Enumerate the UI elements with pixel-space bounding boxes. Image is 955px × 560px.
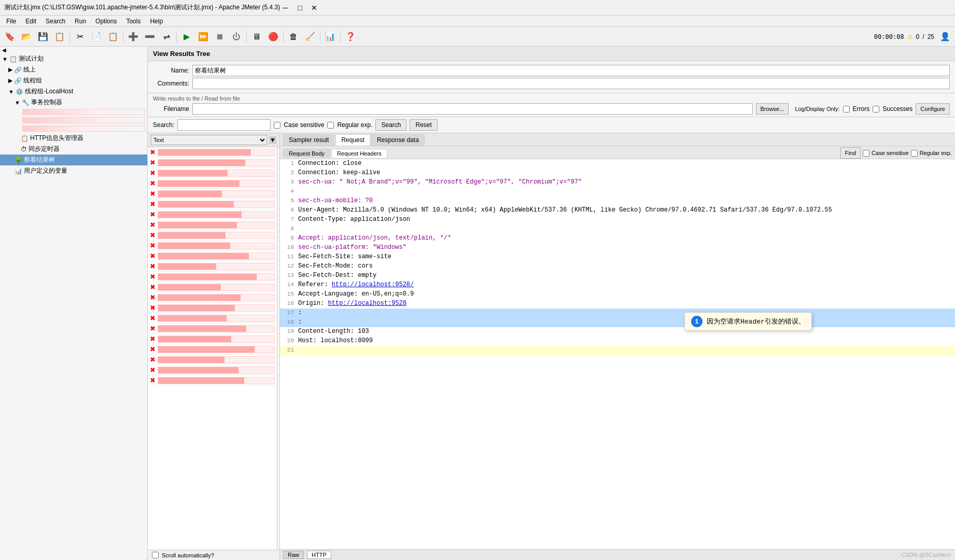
format-tab-raw[interactable]: Raw [283, 551, 304, 559]
filename-input[interactable] [192, 103, 753, 115]
tree-item-sub3[interactable] [0, 124, 147, 133]
tree-item-results-tree[interactable]: 🌳 察看结果树 [0, 155, 147, 165]
help-btn[interactable]: ❓ [343, 29, 358, 45]
run-btn[interactable]: ▶ [179, 29, 194, 45]
result-bar-area [158, 325, 275, 332]
tree-item-test-plan[interactable]: ▼ 📋 测试计划 [0, 53, 147, 64]
copy-btn[interactable]: 📄 [89, 29, 104, 45]
toggle-btn[interactable]: ⇌ [159, 29, 174, 45]
result-item[interactable]: ✖ [148, 313, 277, 324]
result-item[interactable]: ✖ [148, 375, 277, 386]
clear-all-btn[interactable]: 🧹 [302, 29, 318, 45]
result-item[interactable]: ✖ [148, 303, 277, 313]
function-helper-btn[interactable]: 📊 [322, 29, 338, 45]
result-icon: ✖ [150, 304, 156, 312]
result-item[interactable]: ✖ [148, 189, 277, 199]
open-btn[interactable]: 📂 [19, 29, 34, 45]
tree-item-user-vars[interactable]: 📊 用户定义的变量 [0, 165, 147, 176]
tab-request[interactable]: Request [335, 134, 370, 146]
remote-start-btn[interactable]: 🖥 [249, 29, 264, 45]
tree-item-sub1[interactable] [0, 108, 147, 116]
tree-item-thread-group[interactable]: ▶ 🔗 线程组 [0, 75, 147, 86]
result-item[interactable]: ✖ [148, 147, 277, 158]
sidebar-collapse-btn[interactable]: ◀ [0, 47, 147, 53]
result-item[interactable]: ✖ [148, 199, 277, 209]
scroll-auto-checkbox[interactable] [152, 552, 159, 558]
close-btn[interactable]: ✕ [309, 3, 319, 13]
result-item[interactable]: ✖ [148, 209, 277, 220]
result-item[interactable]: ✖ [148, 178, 277, 189]
subtab-request-headers[interactable]: Request Headers [331, 149, 387, 158]
save-btn[interactable]: 💾 [35, 29, 51, 45]
stop-btn[interactable]: ⏹ [212, 29, 228, 45]
result-item[interactable]: ✖ [148, 292, 277, 303]
regular-exp-checkbox[interactable] [327, 122, 334, 129]
format-select[interactable]: Text [151, 135, 267, 145]
find-case-sensitive[interactable] [863, 150, 869, 157]
menu-help[interactable]: Help [146, 17, 167, 26]
result-item[interactable]: ✖ [148, 251, 277, 261]
result-item[interactable]: ✖ [148, 168, 277, 178]
result-item[interactable]: ✖ [148, 324, 277, 334]
tree-item-timer[interactable]: ⏱ 同步定时器 [0, 144, 147, 155]
result-item[interactable]: ✖ [148, 241, 277, 251]
tab-sampler-result[interactable]: Sampler result [283, 134, 334, 146]
reset-btn[interactable]: Reset [410, 119, 437, 131]
menu-search[interactable]: Search [41, 17, 69, 26]
menu-tools[interactable]: Tools [122, 17, 145, 26]
configure-btn[interactable]: Configure [916, 103, 950, 115]
result-item[interactable]: ✖ [148, 230, 277, 241]
errors-checkbox[interactable] [843, 106, 850, 113]
result-item[interactable]: ✖ [148, 365, 277, 375]
save-as-btn[interactable]: 📋 [52, 29, 67, 45]
collapse-btn[interactable]: ➖ [142, 29, 158, 45]
menu-run[interactable]: Run [71, 17, 90, 26]
tree-item-http-header[interactable]: 📋 HTTP信息头管理器 [0, 133, 147, 144]
result-item[interactable]: ✖ [148, 220, 277, 230]
name-input[interactable] [192, 65, 950, 76]
subtab-request-body[interactable]: Request Body [283, 149, 330, 158]
menu-options[interactable]: Options [91, 17, 121, 26]
clear-btn[interactable]: 🗑 [286, 29, 301, 45]
code-line: 9 Accept: application/json, text/plain, … [280, 234, 955, 243]
result-item[interactable]: ✖ [148, 261, 277, 272]
find-btn[interactable]: Find [840, 147, 861, 159]
case-sensitive-checkbox[interactable] [274, 122, 280, 129]
find-regular-exp[interactable] [911, 150, 918, 157]
result-item[interactable]: ✖ [148, 158, 277, 168]
profile-btn[interactable]: 👤 [937, 29, 953, 45]
search-btn[interactable]: Search [375, 119, 406, 131]
comments-input[interactable] [192, 78, 950, 89]
expand-btn[interactable]: ➕ [125, 29, 141, 45]
tree-item-transaction[interactable]: ▼ 🔧 事务控制器 [0, 97, 147, 108]
menu-edit[interactable]: Edit [21, 17, 40, 26]
menu-file[interactable]: File [2, 17, 20, 26]
format-tab-http[interactable]: HTTP [307, 551, 331, 559]
run-no-pause-btn[interactable]: ⏩ [195, 29, 211, 45]
tab-response-data[interactable]: Response data [371, 134, 425, 146]
cut-btn[interactable]: ✂ [72, 29, 88, 45]
shutdown-btn[interactable]: ⏻ [229, 29, 244, 45]
detail-area: Sampler result Request Response data Req… [280, 133, 955, 560]
line-number: 6 [280, 206, 298, 213]
sidebar: ◀ ▼ 📋 测试计划 ▶ 🔗 线上 ▶ 🔗 线程组 ▼ ⚙️ 线程组-Local… [0, 47, 148, 560]
result-item[interactable]: ✖ [148, 355, 277, 365]
result-item[interactable]: ✖ [148, 334, 277, 344]
search-input[interactable] [177, 119, 271, 131]
maximize-btn[interactable]: □ [294, 3, 305, 13]
tree-item-sub2[interactable] [0, 116, 147, 124]
minimize-btn[interactable]: ─ [280, 3, 290, 13]
result-item[interactable]: ✖ [148, 272, 277, 282]
line-content: Origin: http://localhost:9528 [298, 300, 955, 307]
list-config-btn[interactable]: ▼ [269, 136, 276, 144]
result-item[interactable]: ✖ [148, 344, 277, 355]
browse-btn[interactable]: Browse... [756, 103, 789, 115]
tree-item-localhost[interactable]: ▼ ⚙️ 线程组-LocalHost [0, 86, 147, 97]
new-btn[interactable]: 🔖 [2, 29, 18, 45]
paste-btn[interactable]: 📋 [105, 29, 121, 45]
successes-checkbox[interactable] [873, 106, 879, 113]
results-list[interactable]: ✖ ✖ ✖ ✖ ✖ ✖ ✖ ✖ [148, 147, 277, 550]
result-item[interactable]: ✖ [148, 282, 277, 292]
tree-item-online[interactable]: ▶ 🔗 线上 [0, 64, 147, 75]
remote-stop-btn[interactable]: 🔴 [265, 29, 281, 45]
